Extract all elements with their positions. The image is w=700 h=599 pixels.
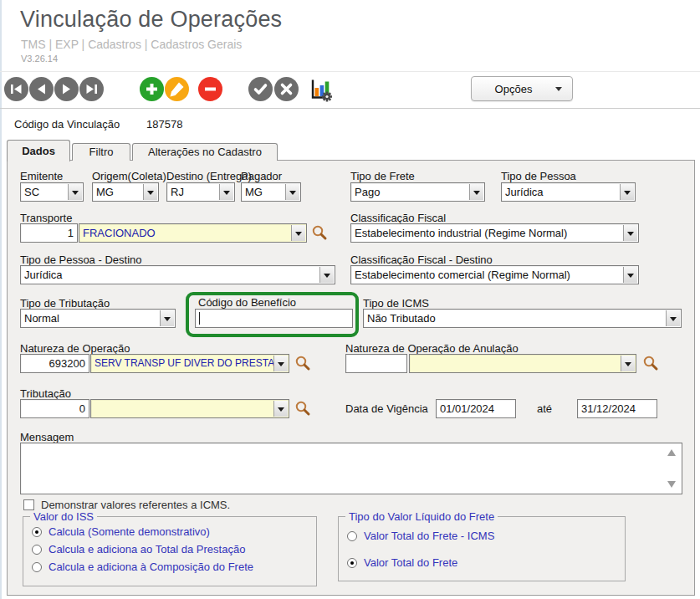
natureza-operacao-search-button[interactable] <box>294 355 311 371</box>
transporte-search-button[interactable] <box>311 224 328 241</box>
codigo-beneficio-input[interactable] <box>195 309 353 328</box>
x-icon <box>274 77 299 101</box>
previous-record-button[interactable] <box>29 77 54 101</box>
classificacao-fiscal-label: Classificação Fiscal <box>350 212 446 224</box>
last-icon <box>79 77 104 101</box>
natureza-operacao-select[interactable]: SERV TRANSP UF DIVER DO PRESTA <box>90 354 289 373</box>
last-record-button[interactable] <box>79 77 104 101</box>
natureza-operacao-code-input[interactable]: 693200 <box>20 354 89 373</box>
chevron-down-icon <box>623 225 637 241</box>
tipo-icms-select[interactable]: Não Tributado <box>363 309 682 328</box>
chevron-down-icon <box>219 184 233 200</box>
transporte-label: Transporte <box>20 212 72 224</box>
chart-gear-icon <box>308 77 333 102</box>
check-icon <box>248 77 273 101</box>
origem-select[interactable]: MG <box>92 182 159 202</box>
vigencia-from-input[interactable]: 01/01/2024 <box>436 399 516 418</box>
add-record-button[interactable] <box>140 77 164 101</box>
radio-icon <box>32 562 42 572</box>
tributacao-select[interactable] <box>90 399 289 418</box>
confirm-button[interactable] <box>248 77 273 101</box>
tipo-frete-select[interactable]: Pago <box>350 182 485 202</box>
chevron-down-icon <box>68 184 82 200</box>
demonstrar-icms-checkbox[interactable]: Demonstrar valores referentes a ICMS. <box>23 499 230 511</box>
radio-icon <box>32 527 42 537</box>
natureza-anulacao-search-button[interactable] <box>642 355 659 371</box>
emitente-select[interactable]: SC <box>20 182 84 202</box>
search-icon <box>311 224 328 241</box>
text-caret <box>199 312 200 325</box>
window-left-edge <box>0 0 2 599</box>
checkbox-icon <box>23 499 34 510</box>
ate-label: até <box>537 402 552 415</box>
tipo-icms-label: Tipo de ICMS <box>363 297 429 310</box>
radio-icon <box>32 545 42 555</box>
chart-settings-button[interactable] <box>308 77 333 102</box>
radio-iss-calcula[interactable]: Calcula (Somente demonstrativo) <box>32 525 210 538</box>
tab-alteracoes[interactable]: Alterações no Cadastro <box>132 143 278 161</box>
transporte-code-input[interactable]: 1 <box>20 223 78 243</box>
radio-icon <box>347 558 357 568</box>
valor-iss-group-title: Valor do ISS <box>30 510 97 523</box>
search-icon <box>294 400 311 417</box>
destino-select[interactable]: RJ <box>166 182 235 202</box>
classificacao-fiscal-destino-label: Classificação Fiscal - Destino <box>350 253 493 266</box>
tipo-valor-liquido-group: Tipo do Valor Líquido do Frete Valor Tot… <box>338 516 626 581</box>
minus-icon <box>198 77 222 101</box>
mensagem-label: Mensagem <box>20 431 74 443</box>
page-title: Vinculação de Operações <box>20 7 282 33</box>
chevron-down-icon <box>143 184 157 200</box>
radio-iss-total-prestacao[interactable]: Calcula e adiciona ao Total da Prestação <box>32 543 245 555</box>
pagador-label: Pagador <box>241 170 282 182</box>
radio-frete-menos-icms[interactable]: Valor Total do Frete - ICMS <box>347 530 494 542</box>
classificacao-fiscal-destino-select[interactable]: Estabelecimento comercial (Regime Normal… <box>350 265 639 284</box>
vigencia-to-input[interactable]: 31/12/2024 <box>577 399 657 418</box>
natureza-anulacao-code-input[interactable] <box>345 354 407 373</box>
options-button-label: Opções <box>472 83 555 95</box>
tab-bar: Dados Filtro Alterações no Cadastro <box>7 139 279 161</box>
edit-record-button[interactable] <box>165 77 189 101</box>
record-code-label: Código da Vinculação <box>14 118 120 131</box>
tipo-tributacao-select[interactable]: Normal <box>20 309 176 328</box>
first-record-button[interactable] <box>4 77 28 101</box>
search-icon <box>294 355 311 371</box>
next-icon <box>54 77 79 101</box>
toolbar-divider <box>0 108 700 109</box>
chevron-down-icon <box>291 225 305 241</box>
tributacao-code-input[interactable]: 0 <box>20 399 89 418</box>
scroll-up-icon[interactable] <box>667 449 676 456</box>
tipo-pessoa-destino-select[interactable]: Jurídica <box>20 265 335 284</box>
natureza-anulacao-select[interactable] <box>409 354 636 373</box>
classificacao-fiscal-select[interactable]: Estabelecimento industrial (Regime Norma… <box>350 223 639 243</box>
pencil-icon <box>165 77 189 101</box>
radio-frete-total[interactable]: Valor Total do Frete <box>347 556 457 569</box>
cancel-button[interactable] <box>274 77 299 101</box>
valor-iss-group: Valor do ISS Calcula (Somente demonstrat… <box>23 516 317 586</box>
radio-iss-composicao-frete[interactable]: Calcula e adiciona à Composição do Frete <box>32 561 253 573</box>
tab-dados[interactable]: Dados <box>7 140 70 161</box>
delete-record-button[interactable] <box>198 77 222 101</box>
destino-label: Destino (Entrega) <box>166 170 252 182</box>
pagador-select[interactable]: MG <box>241 182 301 202</box>
scroll-down-icon[interactable] <box>667 481 676 488</box>
origem-label: Origem(Coleta) <box>92 170 166 182</box>
tributacao-search-button[interactable] <box>294 400 311 417</box>
chevron-down-icon <box>621 356 635 371</box>
chevron-down-icon <box>273 401 288 417</box>
transporte-select[interactable]: FRACIONADO <box>79 223 307 243</box>
tipo-valor-liquido-group-title: Tipo do Valor Líquido do Frete <box>345 510 498 523</box>
tipo-pessoa-select[interactable]: Jurídica <box>501 182 636 202</box>
chevron-down-icon <box>469 184 483 200</box>
options-button[interactable]: Opções <box>471 76 573 101</box>
tab-filtro[interactable]: Filtro <box>72 143 130 161</box>
codigo-beneficio-label: Código do Benefício <box>198 296 296 309</box>
header-divider <box>0 71 700 72</box>
mensagem-textarea[interactable] <box>20 443 682 494</box>
next-record-button[interactable] <box>54 77 79 101</box>
natureza-anulacao-label: Natureza de Operação de Anulação <box>345 342 519 355</box>
plus-icon <box>140 77 164 101</box>
record-code-value: 187578 <box>146 118 182 131</box>
radio-icon <box>347 531 357 541</box>
chevron-down-icon <box>666 310 680 326</box>
vinculacao-operacoes-window: Vinculação de Operações TMS | EXP | Cada… <box>0 0 700 599</box>
